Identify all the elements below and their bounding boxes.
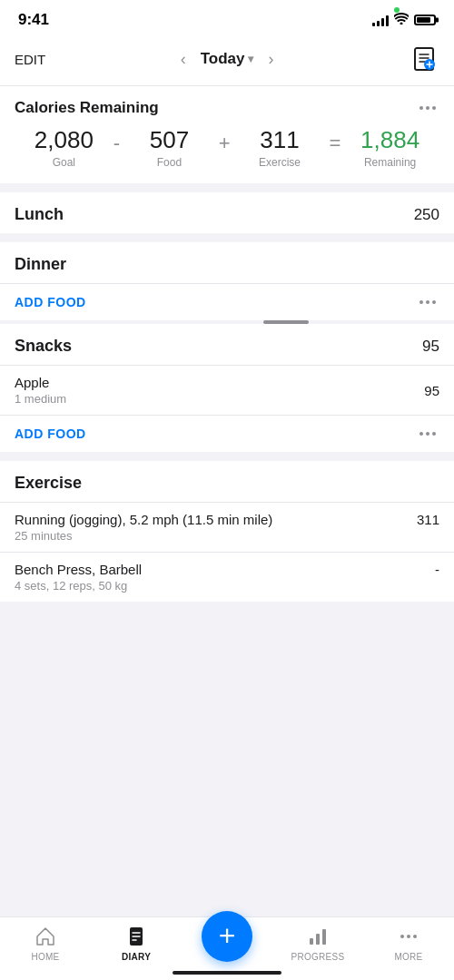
diary-icon xyxy=(124,925,148,948)
svg-rect-13 xyxy=(322,929,326,945)
exercise-section: Exercise Running (jogging), 5.2 mph (11.… xyxy=(0,461,454,602)
status-time: 9:41 xyxy=(18,11,49,29)
running-calories: 311 xyxy=(417,512,439,527)
list-item: Apple 1 medium 95 xyxy=(0,365,454,415)
dinner-header: Dinner xyxy=(0,242,454,283)
top-nav: EDIT ‹ Today ▾ › xyxy=(0,36,454,86)
today-label: Today xyxy=(201,50,245,68)
nav-progress[interactable]: PROGRESS xyxy=(272,925,363,962)
snacks-add-food-row: ADD FOOD xyxy=(0,415,454,452)
remaining-value: 1,884 xyxy=(360,126,419,154)
lunch-section: Lunch 250 xyxy=(0,192,454,233)
running-detail: 25 minutes xyxy=(15,529,283,543)
goal-item: 2,080 Goal xyxy=(15,126,114,169)
exercise-value: 311 xyxy=(260,126,299,154)
prev-day-button[interactable]: ‹ xyxy=(173,46,193,73)
snacks-title: Snacks xyxy=(15,337,72,356)
dinner-title: Dinner xyxy=(15,255,66,274)
bench-info: Bench Press, Barbell 4 sets, 12 reps, 50… xyxy=(15,562,153,593)
svg-rect-11 xyxy=(310,938,313,945)
running-row: Running (jogging), 5.2 mph (11.5 min mil… xyxy=(15,512,439,543)
wifi-icon xyxy=(394,13,409,27)
calories-card: Calories Remaining 2,080 Goal - 507 Food… xyxy=(0,86,454,183)
lunch-header: Lunch 250 xyxy=(0,192,454,233)
plus-icon: + xyxy=(219,921,236,950)
more-label: MORE xyxy=(394,952,422,962)
snacks-more-button[interactable] xyxy=(416,428,439,439)
divider-3 xyxy=(0,452,454,461)
svg-rect-12 xyxy=(316,934,320,945)
remaining-label: Remaining xyxy=(364,156,416,169)
edit-button[interactable]: EDIT xyxy=(15,52,45,67)
add-button[interactable]: + xyxy=(202,911,252,962)
nav-add[interactable]: + xyxy=(182,926,272,962)
exercise-label: Exercise xyxy=(259,156,301,169)
apple-name: Apple xyxy=(15,375,66,390)
scroll-indicator xyxy=(0,320,454,324)
food-label: Food xyxy=(157,156,182,169)
apple-calories: 95 xyxy=(424,383,439,398)
running-info: Running (jogging), 5.2 mph (11.5 min mil… xyxy=(15,512,283,543)
diary-label: DIARY xyxy=(122,952,151,962)
scroll-thumb xyxy=(263,320,309,324)
divider-1 xyxy=(0,183,454,192)
bench-row: Bench Press, Barbell 4 sets, 12 reps, 50… xyxy=(15,562,439,593)
calories-more-button[interactable] xyxy=(416,103,439,113)
signal-icon xyxy=(372,14,389,26)
dinner-add-food-button[interactable]: ADD FOOD xyxy=(15,295,86,309)
lunch-title: Lunch xyxy=(15,205,64,224)
list-item: Bench Press, Barbell 4 sets, 12 reps, 50… xyxy=(0,552,454,602)
apple-serving: 1 medium xyxy=(15,392,66,406)
equals-operator: = xyxy=(329,126,340,155)
nav-diary[interactable]: DIARY xyxy=(91,925,182,962)
lunch-calories: 250 xyxy=(414,206,439,224)
apple-row: Apple 1 medium 95 xyxy=(15,375,439,406)
exercise-header: Exercise xyxy=(0,461,454,502)
list-item: Running (jogging), 5.2 mph (11.5 min mil… xyxy=(0,502,454,552)
home-bar xyxy=(173,971,281,975)
chevron-down-icon: ▾ xyxy=(248,53,253,65)
progress-icon xyxy=(306,925,330,948)
plus-operator: + xyxy=(219,126,231,155)
home-label: HOME xyxy=(31,952,59,962)
dinner-add-food-row: ADD FOOD xyxy=(0,283,454,320)
dinner-section: Dinner ADD FOOD xyxy=(0,242,454,320)
divider-2 xyxy=(0,233,454,242)
green-dot xyxy=(394,7,400,13)
svg-point-14 xyxy=(400,935,404,938)
bench-calories: - xyxy=(435,562,439,577)
snacks-add-food-button[interactable]: ADD FOOD xyxy=(15,426,86,441)
calories-title: Calories Remaining xyxy=(15,99,159,117)
progress-label: PROGRESS xyxy=(291,952,344,962)
exercise-title: Exercise xyxy=(15,474,82,493)
main-content: Calories Remaining 2,080 Goal - 507 Food… xyxy=(0,86,454,683)
exercise-item: 311 Exercise xyxy=(231,126,330,169)
date-nav: ‹ Today ▾ › xyxy=(173,46,281,73)
apple-info: Apple 1 medium xyxy=(15,375,66,406)
more-icon xyxy=(397,925,420,948)
snacks-header: Snacks 95 xyxy=(0,324,454,365)
snacks-section: Snacks 95 Apple 1 medium 95 ADD FOOD xyxy=(0,324,454,452)
bench-detail: 4 sets, 12 reps, 50 kg xyxy=(15,579,153,593)
nav-more[interactable]: MORE xyxy=(363,925,454,962)
home-icon xyxy=(34,925,57,948)
calories-row: 2,080 Goal - 507 Food + 311 Exercise = 1… xyxy=(15,126,439,169)
svg-point-16 xyxy=(413,935,417,938)
snacks-calories: 95 xyxy=(422,338,439,356)
dinner-more-button[interactable] xyxy=(416,297,439,308)
bench-name: Bench Press, Barbell xyxy=(15,562,153,577)
next-day-button[interactable]: › xyxy=(261,46,281,73)
svg-point-15 xyxy=(407,935,410,938)
goal-label: Goal xyxy=(53,156,75,169)
calories-header: Calories Remaining xyxy=(15,99,439,117)
minus-operator: - xyxy=(114,126,120,155)
goal-value: 2,080 xyxy=(35,126,94,154)
today-selector[interactable]: Today ▾ xyxy=(201,50,254,68)
nav-home[interactable]: HOME xyxy=(0,925,91,962)
remaining-item: 1,884 Remaining xyxy=(340,126,439,169)
status-icons xyxy=(372,13,436,27)
running-name: Running (jogging), 5.2 mph (11.5 min mil… xyxy=(15,512,283,527)
status-bar: 9:41 xyxy=(0,0,454,36)
food-value: 507 xyxy=(150,126,189,154)
report-button[interactable] xyxy=(409,44,439,74)
